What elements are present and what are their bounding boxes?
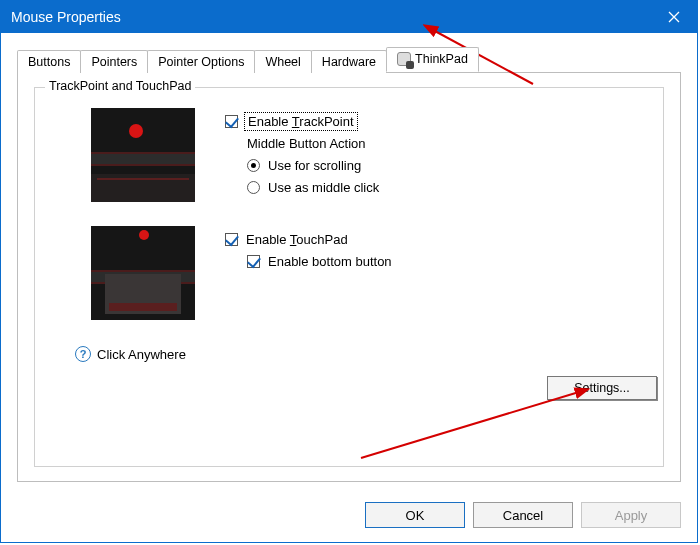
enable-bottom-button-row: Enable bottom button: [247, 250, 392, 272]
enable-bottom-button-label: Enable bottom button: [268, 254, 392, 269]
tab-body: TrackPoint and TouchPad Enable TrackPoin…: [17, 72, 681, 482]
settings-button[interactable]: Settings...: [547, 376, 657, 400]
radio-use-as-middle-click[interactable]: [247, 181, 260, 194]
window-title: Mouse Properties: [11, 9, 121, 25]
trackpoint-preview: [91, 108, 195, 202]
click-anywhere-row: ? Click Anywhere: [75, 346, 651, 362]
enable-touchpad-checkbox[interactable]: [225, 233, 238, 246]
tab-thinkpad[interactable]: ThinkPad: [386, 47, 479, 72]
trackpoint-touchpad-group: TrackPoint and TouchPad Enable TrackPoin…: [34, 87, 664, 467]
middle-button-action-label: Middle Button Action: [247, 132, 379, 154]
trackpoint-options: Enable TrackPoint Middle Button Action U…: [225, 108, 379, 198]
tab-pointer-options[interactable]: Pointer Options: [147, 50, 255, 73]
help-icon[interactable]: ?: [75, 346, 91, 362]
tab-hardware[interactable]: Hardware: [311, 50, 387, 73]
ok-button[interactable]: OK: [365, 502, 465, 528]
cancel-button[interactable]: Cancel: [473, 502, 573, 528]
group-legend: TrackPoint and TouchPad: [45, 79, 195, 93]
enable-trackpoint-row: Enable TrackPoint: [225, 110, 379, 132]
radio-middle-click-row: Use as middle click: [247, 176, 379, 198]
tab-strip: Buttons Pointers Pointer Options Wheel H…: [17, 47, 681, 72]
mouse-properties-dialog: Mouse Properties Buttons Pointers Pointe…: [0, 0, 698, 543]
svg-line-1: [361, 392, 579, 458]
apply-button: Apply: [581, 502, 681, 528]
tab-buttons[interactable]: Buttons: [17, 50, 81, 73]
touchpad-options: Enable TouchPad Enable bottom button: [225, 226, 392, 272]
tab-thinkpad-label: ThinkPad: [415, 52, 468, 66]
trackpad-icon: [397, 52, 411, 66]
close-button[interactable]: [651, 1, 697, 33]
enable-touchpad-label: Enable TouchPad: [246, 232, 348, 247]
touchpad-nub-icon: [139, 230, 149, 240]
trackpoint-nub-icon: [129, 124, 143, 138]
touchpad-preview: [91, 226, 195, 320]
enable-trackpoint-checkbox[interactable]: [225, 115, 238, 128]
trackpoint-row: Enable TrackPoint Middle Button Action U…: [47, 108, 651, 202]
dialog-button-bar: OK Cancel Apply: [1, 492, 697, 542]
enable-trackpoint-label: Enable TrackPoint: [246, 114, 356, 129]
radio-use-for-scrolling[interactable]: [247, 159, 260, 172]
enable-bottom-button-checkbox[interactable]: [247, 255, 260, 268]
dialog-content: Buttons Pointers Pointer Options Wheel H…: [1, 33, 697, 492]
enable-touchpad-row: Enable TouchPad: [225, 228, 392, 250]
close-icon: [668, 11, 680, 23]
tab-wheel[interactable]: Wheel: [254, 50, 311, 73]
radio-scrolling-row: Use for scrolling: [247, 154, 379, 176]
radio-use-for-scrolling-label: Use for scrolling: [268, 158, 361, 173]
click-anywhere-label: Click Anywhere: [97, 347, 186, 362]
titlebar: Mouse Properties: [1, 1, 697, 33]
radio-use-as-middle-click-label: Use as middle click: [268, 180, 379, 195]
tab-pointers[interactable]: Pointers: [80, 50, 148, 73]
touchpad-row: Enable TouchPad Enable bottom button: [47, 226, 651, 320]
